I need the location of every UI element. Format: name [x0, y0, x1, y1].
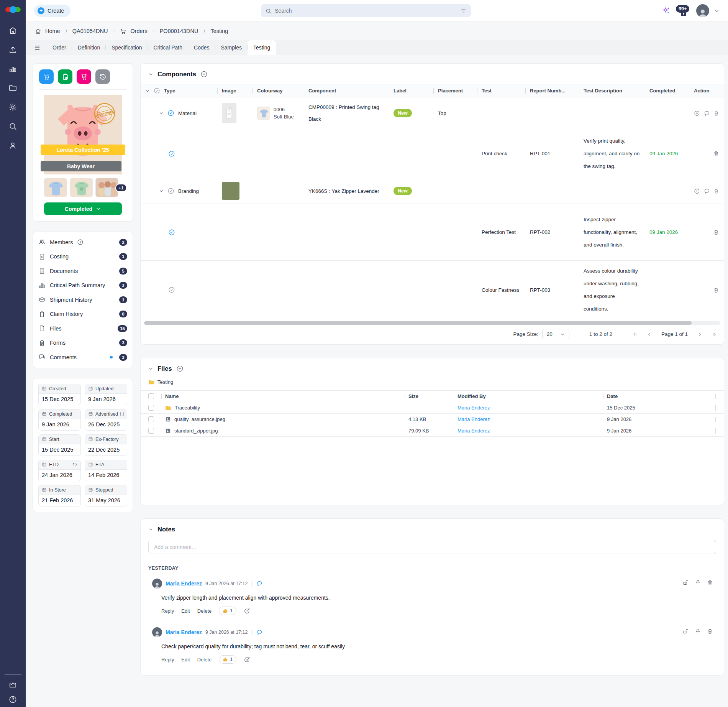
row-checkbox[interactable] [148, 405, 154, 411]
select-all-checkbox[interactable] [148, 393, 154, 399]
tab-codes[interactable]: Codes [188, 40, 215, 55]
select-all-check-icon[interactable] [154, 87, 160, 94]
breadcrumb-home-icon[interactable] [35, 28, 41, 35]
component-image[interactable] [222, 182, 239, 200]
notifications-button[interactable]: 99+ [676, 4, 691, 17]
add-to-cart-button[interactable] [39, 69, 54, 84]
file-row-quality-assurance[interactable]: quality_assurance.jpeg 4.13 KB Maria End… [141, 414, 724, 425]
comment-icon[interactable] [704, 188, 710, 194]
comment-icon[interactable] [704, 110, 710, 117]
tab-samples[interactable]: Samples [215, 40, 248, 55]
reply-button[interactable]: Reply [161, 608, 174, 614]
hamburger-icon[interactable] [34, 44, 41, 51]
files-collapse-icon[interactable] [148, 366, 153, 371]
colourway-thumbnail[interactable] [257, 107, 270, 120]
more-images-badge[interactable]: +1 [115, 184, 126, 192]
add-component-button[interactable] [200, 71, 208, 78]
pin-icon[interactable] [695, 579, 701, 586]
first-page-icon[interactable] [632, 332, 638, 337]
tab-critical-path[interactable]: Critical Path [148, 40, 188, 55]
edit-button[interactable]: Edit [181, 608, 190, 614]
component-image[interactable] [222, 103, 236, 123]
sidebar-item-costing[interactable]: Costing 1 [38, 250, 127, 264]
add-test-icon[interactable] [694, 110, 700, 117]
row-check-icon[interactable] [168, 229, 175, 236]
comment-author-link[interactable]: Maria Enderez [166, 629, 202, 635]
advertised-checkbox[interactable] [120, 412, 124, 416]
row-check-icon[interactable] [167, 187, 174, 194]
next-page-icon[interactable] [697, 332, 702, 337]
test-row-print-check[interactable]: Print check RPT-001 Verify print quality… [141, 129, 724, 178]
row-check-icon[interactable] [168, 286, 175, 293]
modified-by-link[interactable]: Maria Enderez [457, 428, 490, 434]
app-logo[interactable] [5, 5, 21, 16]
comment-thread-icon[interactable] [256, 580, 262, 587]
history-button[interactable] [95, 69, 110, 84]
add-member-icon[interactable] [77, 239, 84, 245]
tab-specification[interactable]: Specification [106, 40, 148, 55]
sidebar-item-documents[interactable]: Documents 5 [38, 264, 127, 278]
home-icon[interactable] [8, 26, 17, 35]
file-row-traceability[interactable]: Traceability Maria Enderez 15 Dec 2025 [141, 402, 724, 414]
tab-testing[interactable]: Testing [248, 40, 276, 55]
sidebar-item-critical-path-summary[interactable]: Critical Path Summary 3 [38, 278, 127, 293]
delete-icon[interactable] [713, 150, 719, 157]
sidebar-item-comments[interactable]: Comments 3 [38, 350, 127, 365]
filter-icon[interactable] [461, 8, 466, 14]
add-reaction-icon[interactable] [244, 656, 251, 663]
test-row-colour-fastness[interactable]: Colour Fastness RPT-003 Assess colour du… [141, 260, 724, 319]
delete-icon[interactable] [713, 188, 719, 194]
delete-button[interactable]: Delete [197, 608, 212, 614]
file-name[interactable]: Traceability [175, 405, 200, 411]
roadmap-icon[interactable] [8, 680, 17, 689]
delete-comment-icon[interactable] [707, 579, 713, 586]
thumbnail-blue-onesie[interactable] [44, 178, 67, 197]
user-icon[interactable] [8, 141, 17, 150]
expand-all-icon[interactable] [145, 89, 150, 93]
create-button[interactable]: + Create [34, 5, 71, 17]
row-expand-icon[interactable] [159, 111, 164, 115]
row-check-icon[interactable] [167, 110, 174, 117]
user-avatar[interactable] [696, 4, 709, 17]
add-comment-input[interactable] [148, 540, 716, 554]
delete-icon[interactable] [713, 110, 719, 117]
etd-history-icon[interactable] [72, 462, 77, 467]
tab-definition[interactable]: Definition [72, 40, 106, 55]
remove-from-cart-button[interactable] [77, 69, 91, 84]
folder-tab-testing[interactable]: Testing [141, 378, 724, 390]
breadcrumb-item-orders[interactable]: Orders [130, 28, 147, 34]
folder-icon[interactable] [8, 84, 17, 92]
unlock-icon[interactable] [682, 579, 689, 586]
delete-icon[interactable] [713, 229, 719, 235]
components-collapse-icon[interactable] [148, 72, 153, 77]
delete-button[interactable]: Delete [197, 657, 212, 663]
file-name[interactable]: standard_zipper.jpg [174, 428, 218, 434]
add-test-icon[interactable] [694, 188, 700, 194]
row-checkbox[interactable] [148, 428, 154, 434]
settings-gear-icon[interactable] [8, 103, 17, 112]
unlock-icon[interactable] [682, 628, 689, 635]
row-checkbox[interactable] [148, 416, 154, 422]
copy-to-order-button[interactable] [58, 69, 72, 84]
thumbnail-green-onesie[interactable] [70, 178, 93, 197]
sidebar-item-forms[interactable]: Forms 3 [38, 336, 127, 350]
notes-collapse-icon[interactable] [148, 527, 153, 532]
upload-icon[interactable] [8, 45, 17, 54]
thumbnail-babies-photo[interactable] [95, 178, 118, 197]
sidebar-item-claim-history[interactable]: Claim History 0 [38, 307, 127, 322]
search-input[interactable] [275, 8, 457, 14]
reply-button[interactable]: Reply [161, 657, 174, 663]
breadcrumb-item-po[interactable]: PO000143DNU [160, 28, 198, 34]
ai-sparkle-icon[interactable] [662, 6, 671, 15]
help-icon[interactable] [8, 695, 17, 704]
component-row-branding[interactable]: Branding YK666S : Yak Zipper Lavender Ne… [141, 178, 724, 204]
modified-by-link[interactable]: Maria Enderez [457, 416, 490, 422]
file-row-standard-zipper[interactable]: standard_zipper.jpg 79.09 KB Maria Ender… [141, 425, 724, 437]
user-menu-chevron-icon[interactable] [714, 8, 720, 13]
sidebar-item-members[interactable]: Members 2 [38, 235, 127, 250]
tab-order[interactable]: Order [47, 40, 72, 55]
test-row-perfection-test[interactable]: Perfection Test RPT-002 Inspect zipper f… [141, 204, 724, 260]
bar-chart-icon[interactable] [8, 64, 17, 73]
breadcrumb-item-style[interactable]: QA01054DNU [72, 28, 108, 34]
row-check-icon[interactable] [168, 150, 175, 157]
